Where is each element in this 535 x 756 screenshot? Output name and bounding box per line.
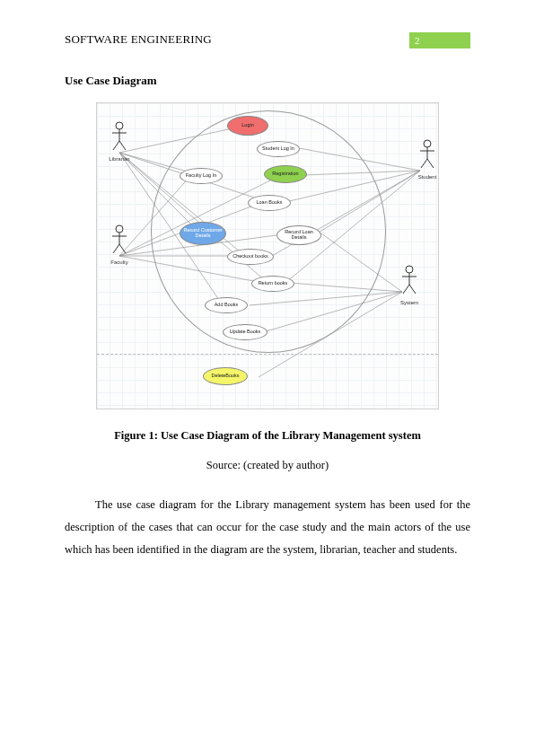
uc-student-login: Student Log In [257, 141, 300, 157]
uc-add-books: Add Books [205, 297, 248, 313]
uc-return-books: Return books [251, 276, 294, 292]
uc-update-books: Update Books [223, 324, 268, 340]
svg-line-28 [119, 141, 126, 150]
stick-figure-icon [109, 121, 130, 152]
svg-point-34 [424, 140, 431, 147]
svg-line-27 [113, 141, 119, 150]
actor-label: System [391, 300, 427, 305]
actor-student: Student [409, 139, 445, 180]
section-title: Use Case Diagram [65, 74, 470, 88]
uc-registration: Registration [264, 165, 307, 183]
actor-faculty: Faculty [101, 224, 137, 265]
use-case-diagram: Librarian Faculty Student System Login S… [96, 102, 439, 409]
stick-figure-icon [417, 139, 438, 170]
diagram-divider [97, 354, 438, 355]
actor-label: Faculty [101, 259, 137, 265]
svg-line-32 [113, 244, 119, 253]
figure-caption: Figure 1: Use Case Diagram of the Librar… [65, 429, 470, 443]
uc-faculty-login: Faculty Log In [180, 168, 223, 184]
document-page: SOFTWARE ENGINEERING 2 Use Case Diagram [0, 0, 535, 756]
svg-point-39 [406, 266, 413, 273]
svg-point-24 [116, 122, 123, 129]
stick-figure-icon [399, 265, 420, 295]
uc-record-customer: Record Customer Details [180, 222, 226, 245]
svg-line-38 [427, 159, 434, 168]
actor-label: Librarian [101, 156, 137, 162]
uc-login: Login [227, 116, 268, 136]
uc-record-loan: Record Loan Details [276, 225, 321, 245]
uc-checkout-books: Checkout books [227, 249, 274, 265]
svg-line-42 [403, 285, 409, 294]
stick-figure-icon [109, 224, 130, 255]
svg-line-33 [119, 244, 126, 253]
uc-delete-books: DeleteBooks [203, 367, 248, 385]
svg-line-37 [421, 159, 427, 168]
body-paragraph: The use case diagram for the Library man… [65, 494, 470, 561]
document-title: SOFTWARE ENGINEERING [65, 32, 212, 47]
svg-line-43 [409, 285, 416, 294]
uc-loan-books: Loan Books [248, 195, 291, 211]
figure-source: Source: (created by author) [65, 459, 470, 472]
page-number-badge: 2 [409, 32, 470, 48]
svg-point-29 [116, 225, 123, 233]
actor-librarian: Librarian [101, 121, 137, 162]
actor-label: Student [409, 174, 445, 180]
actor-system: System [391, 265, 427, 305]
page-header: SOFTWARE ENGINEERING 2 [65, 32, 470, 48]
